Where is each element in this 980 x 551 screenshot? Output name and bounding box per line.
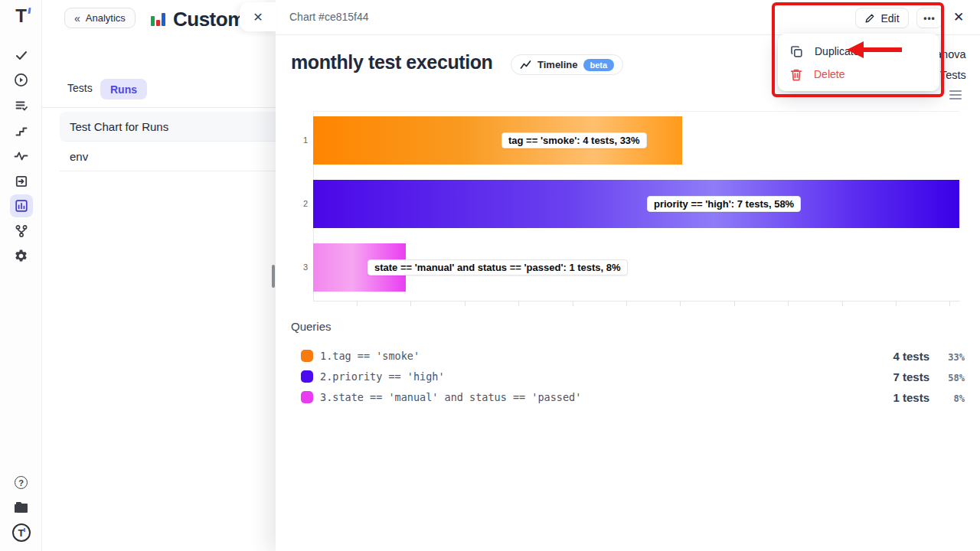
bar-label-3: state == 'manual' and status == 'passed'…: [368, 259, 628, 276]
branches-git-icon[interactable]: [0, 224, 42, 238]
chart-title: monthly test execution: [291, 51, 492, 73]
query-number: 2.: [320, 370, 332, 383]
query-color-swatch: [301, 370, 313, 383]
query-code: state == 'manual' and status == 'passed': [332, 391, 581, 403]
runs-play-circle-icon[interactable]: [0, 73, 42, 87]
trash-icon: [790, 68, 802, 81]
panel-scrollbar-thumb[interactable]: [272, 265, 275, 288]
chart-id-title: Chart #ce815f44: [289, 0, 369, 34]
query-tests-count: 1 tests: [893, 391, 929, 404]
query-color-swatch: [301, 391, 313, 403]
tests-check-icon[interactable]: [0, 48, 42, 62]
pencil-icon: [864, 13, 875, 24]
annotation-arrow: [864, 47, 902, 52]
icon-rail: T ? T: [0, 0, 42, 551]
edit-button[interactable]: Edit: [855, 8, 909, 28]
chevrons-left-icon: «: [74, 12, 80, 24]
query-color-swatch: [301, 350, 313, 362]
query-code: priority == 'high': [332, 370, 444, 383]
query-row-1: 1. tag == 'smoke' 4 tests33%: [301, 349, 965, 363]
settings-gear-icon[interactable]: [0, 249, 42, 263]
category-label-1: 1: [296, 135, 308, 145]
queries-heading: Queries: [291, 320, 332, 333]
app-logo-icon[interactable]: T: [0, 6, 42, 26]
analytics-chart-icon-active[interactable]: [0, 194, 42, 217]
list-item-label: env: [70, 150, 88, 163]
docs-folder-icon[interactable]: [0, 501, 42, 514]
clipped-author-text: anova: [936, 48, 966, 60]
menu-item-label: Delete: [814, 68, 844, 80]
chart-context-menu-icon[interactable]: [949, 90, 962, 102]
query-percent: 33%: [929, 352, 965, 363]
menu-item-delete[interactable]: Delete: [778, 63, 939, 86]
page-title-text: Custom C: [173, 8, 240, 31]
back-button-label: Analytics: [86, 12, 126, 24]
more-options-button[interactable]: •••: [916, 8, 942, 28]
list-item-label: Test Chart for Runs: [70, 120, 168, 133]
brand-logo-circle-icon[interactable]: T: [0, 523, 42, 542]
timeline-toggle-button[interactable]: Timeline beta: [511, 54, 623, 75]
edit-button-label: Edit: [880, 12, 899, 24]
query-percent: 58%: [929, 373, 965, 383]
duplicate-copy-icon: [790, 45, 803, 58]
panel-close-button[interactable]: ✕: [952, 9, 965, 25]
query-tests-count: 7 tests: [893, 370, 929, 383]
category-label-2: 2: [296, 199, 308, 208]
list-item-env[interactable]: env: [60, 142, 276, 171]
import-login-box-icon[interactable]: [0, 174, 42, 188]
list-item-test-chart-for-runs[interactable]: Test Chart for Runs: [60, 112, 276, 142]
query-code: tag == 'smoke': [332, 350, 420, 362]
query-tests-count: 4 tests: [893, 350, 929, 363]
query-percent: 8%: [929, 393, 965, 404]
help-icon[interactable]: ?: [0, 476, 42, 489]
timeline-label: Timeline: [537, 59, 578, 70]
page-title: Custom C: [150, 6, 240, 32]
x-axis-line: [313, 301, 960, 307]
ellipsis-icon: •••: [923, 13, 936, 24]
test-plans-list-check-icon[interactable]: [0, 99, 42, 112]
beta-badge: beta: [583, 59, 615, 71]
plot-top-border: [313, 111, 959, 112]
panel-close-tab[interactable]: ✕: [240, 2, 276, 31]
annotation-arrow-head: [847, 41, 864, 58]
bar-chart-icon: [150, 11, 167, 28]
clipped-tests-text: Tests: [940, 69, 966, 81]
tab-runs[interactable]: Runs: [100, 79, 147, 99]
close-icon: ✕: [253, 10, 263, 24]
query-row-2: 2. priority == 'high' 7 tests58%: [301, 370, 965, 383]
bar-label-2: priority == 'high': 7 tests, 58%: [647, 196, 801, 212]
query-number: 1.: [320, 350, 332, 362]
tab-tests[interactable]: Tests: [67, 82, 93, 94]
chart-bar-2[interactable]: [313, 180, 959, 228]
query-row-3: 3. state == 'manual' and status == 'pass…: [301, 390, 965, 404]
milestones-steps-icon[interactable]: [0, 124, 42, 138]
tab-runs-label: Runs: [110, 83, 137, 96]
bar-label-1: tag == 'smoke': 4 tests, 33%: [501, 132, 647, 148]
query-number: 3.: [320, 391, 332, 403]
back-to-analytics-button[interactable]: « Analytics: [64, 8, 136, 28]
panel-header: Chart #ce815f44 Edit ••• ✕: [276, 0, 980, 35]
trend-line-icon: [520, 60, 532, 70]
category-label-3: 3: [296, 262, 308, 272]
activity-pulse-icon[interactable]: [0, 149, 42, 163]
tabs-divider: [42, 107, 276, 108]
